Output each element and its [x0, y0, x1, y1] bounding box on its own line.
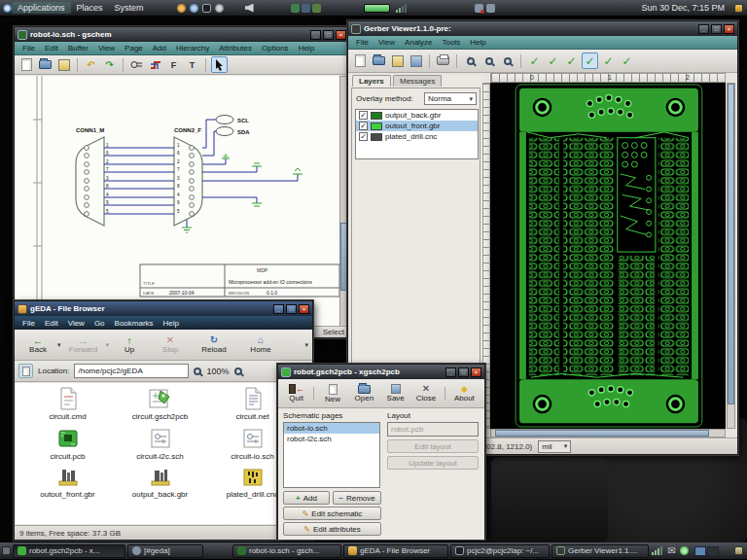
gschem-menu-buffer[interactable]: Buffer: [63, 43, 93, 53]
up-button[interactable]: ↑ Up: [109, 335, 150, 354]
battery-indicator[interactable]: [364, 4, 390, 13]
gerber-save-button[interactable]: [389, 52, 406, 69]
gerber-vscrollbar[interactable]: [727, 83, 735, 429]
distro-logo-icon[interactable]: [3, 4, 12, 13]
fb-menu-go[interactable]: Go: [89, 318, 110, 329]
schematic-pages-list[interactable]: robot-io.sch robot-i2c.sch: [283, 422, 380, 488]
tray-update-icon[interactable]: [680, 546, 689, 555]
add-component-button[interactable]: [128, 56, 145, 73]
file-item-circuit-cmd[interactable]: circuit.cmd: [21, 387, 114, 421]
gschem-canvas[interactable]: CONN1_M CONN2_F: [16, 76, 340, 328]
toggle-layer-1-button[interactable]: ✓: [526, 52, 543, 69]
new-file-button[interactable]: [18, 56, 35, 73]
xgsch2pcb-minimize-button[interactable]: _: [445, 368, 456, 377]
toggle-layer-5-button[interactable]: ✓: [600, 52, 617, 69]
zoom-out-button[interactable]: −: [480, 52, 497, 69]
save-project-button[interactable]: Save: [380, 384, 410, 402]
gschem-menu-page[interactable]: Page: [120, 43, 148, 53]
edit-layout-button[interactable]: Edit layout: [387, 439, 479, 453]
fb-menu-file[interactable]: File: [18, 318, 40, 329]
gschem-menu-edit[interactable]: Edit: [40, 43, 63, 53]
new-project-button[interactable]: New: [317, 384, 347, 403]
gerber-menu-view[interactable]: View: [374, 37, 400, 48]
taskbar-item-xgsch2pcb[interactable]: robot.gsch2pcb - x...: [13, 544, 125, 558]
im-status-icon[interactable]: [475, 4, 483, 13]
gschem-menu-attributes[interactable]: Attributes: [214, 43, 257, 53]
tab-messages[interactable]: Messages: [393, 75, 442, 87]
menu-applications[interactable]: Applications: [12, 2, 71, 14]
about-button[interactable]: ◆ About: [448, 384, 480, 402]
select-mode-button[interactable]: [211, 56, 228, 73]
zoom-out-icon[interactable]: [194, 368, 201, 375]
zoom-level[interactable]: 100%: [206, 367, 229, 376]
fb-menu-view[interactable]: View: [63, 318, 89, 329]
users-applet-icon[interactable]: [486, 4, 495, 13]
taskbar-item-filebrowser[interactable]: gEDA - File Browser: [343, 544, 448, 558]
fb-menu-help[interactable]: Help: [159, 318, 184, 329]
back-button[interactable]: ← Back: [18, 335, 57, 354]
xgsch2pcb-titlebar[interactable]: robot.gsch2pcb - xgsch2pcb _ □ ×: [278, 365, 484, 379]
gear-launcher-icon[interactable]: [215, 4, 224, 13]
taskbar-item-gschem[interactable]: robot-io.sch - gsch...: [232, 544, 341, 558]
gerber-open-button[interactable]: [371, 52, 387, 69]
file-view[interactable]: circuit.cmd circuit.gsch2pcb circuit.net…: [16, 383, 312, 524]
overlay-method-select[interactable]: Norma ▾: [424, 92, 477, 105]
gschem-vscroll-thumb[interactable]: [340, 223, 347, 291]
checkbox-checked-icon[interactable]: ✓: [359, 132, 368, 141]
workspace-switcher[interactable]: [694, 546, 719, 556]
gschem-menu-options[interactable]: Options: [257, 43, 294, 53]
gerber-export-button[interactable]: [408, 52, 424, 69]
menu-system[interactable]: System: [109, 2, 150, 14]
gerber-minimize-button[interactable]: _: [698, 24, 709, 34]
signal-strength-icon[interactable]: [396, 4, 407, 13]
filebrowser-titlebar[interactable]: gEDA - File Browser _ □ ×: [15, 301, 312, 316]
file-item-outout-front-gbr[interactable]: outout_front.gbr: [21, 467, 114, 499]
toggle-layer-2-button[interactable]: ✓: [545, 52, 561, 69]
tray-mail-icon[interactable]: ✉: [668, 545, 676, 556]
open-project-button[interactable]: Open: [348, 385, 380, 402]
undo-button[interactable]: ↶: [83, 56, 99, 73]
terminal-launcher-icon[interactable]: [202, 4, 211, 13]
add-text-button[interactable]: T: [184, 56, 200, 73]
gschem-menu-help[interactable]: Help: [294, 43, 319, 53]
gschem-menu-view[interactable]: View: [93, 43, 120, 53]
gerber-hscrollbar[interactable]: [490, 429, 726, 438]
layer-row-output-front[interactable]: ✓ outout_front.gbr: [356, 121, 478, 131]
gschem-menu-add[interactable]: Add: [148, 43, 171, 53]
edit-schematic-button[interactable]: ✎Edit schematic: [283, 507, 381, 520]
file-item-output-back-gbr[interactable]: output_back.gbr: [114, 467, 206, 499]
units-select[interactable]: mil ▾: [538, 440, 571, 453]
home-button[interactable]: ⌂ Home: [237, 335, 284, 354]
redo-button[interactable]: ↷: [101, 56, 118, 73]
xgsch2pcb-maximize-button[interactable]: □: [458, 368, 469, 377]
zoom-in-icon[interactable]: [234, 368, 242, 375]
gerber-menu-tools[interactable]: Tools: [438, 37, 466, 48]
gerber-hscroll-thumb[interactable]: [495, 430, 709, 437]
globe-launcher-icon[interactable]: [190, 4, 198, 13]
taskbar-item-gerber[interactable]: Gerber Viewer1.1....: [551, 544, 649, 558]
gschem-maximize-button[interactable]: □: [323, 30, 334, 40]
quit-button[interactable]: ← Quit: [282, 384, 310, 402]
file-item-circuit-gsch2pcb[interactable]: circuit.gsch2pcb: [114, 387, 206, 421]
gerber-new-button[interactable]: [352, 52, 369, 69]
filebrowser-maximize-button[interactable]: □: [286, 304, 297, 314]
connector-conn1[interactable]: [76, 137, 104, 226]
open-file-button[interactable]: [37, 56, 53, 73]
xgsch2pcb-close-button[interactable]: ×: [471, 368, 481, 377]
gschem-minimize-button[interactable]: _: [310, 30, 321, 40]
net-wires[interactable]: [104, 120, 298, 228]
page-row-robot-i2c[interactable]: robot-i2c.sch: [284, 434, 379, 444]
add-page-button[interactable]: +Add: [283, 491, 330, 505]
applet-icon-2[interactable]: [302, 4, 310, 13]
add-attribute-button[interactable]: F: [165, 56, 182, 73]
toolbar-overflow-dropdown[interactable]: ▾: [304, 341, 308, 349]
clock[interactable]: Sun 30 Dec, 7:15 PM: [641, 3, 725, 13]
gerber-canvas[interactable]: [490, 83, 726, 429]
gerber-menu-help[interactable]: Help: [465, 37, 490, 48]
file-item-circuit-pcb[interactable]: circuit.pcb: [21, 427, 114, 461]
gerber-menu-analyze[interactable]: Analyze: [400, 37, 437, 48]
update-layout-button[interactable]: Update layout: [387, 456, 479, 470]
net-label-ovals[interactable]: SCL SDA: [216, 116, 250, 136]
toggle-layer-4-button[interactable]: ✓: [582, 52, 598, 69]
show-desktop-icon[interactable]: [2, 546, 11, 555]
